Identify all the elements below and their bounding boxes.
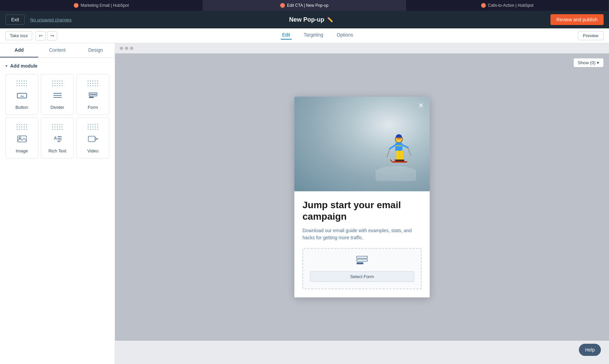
- page-title: New Pop-up: [289, 16, 324, 23]
- svg-marker-16: [95, 138, 98, 140]
- browser-tab-2[interactable]: Calls-to-Action | HubSpot: [406, 0, 609, 11]
- module-item-image[interactable]: Image: [5, 118, 38, 159]
- browser-tab-0[interactable]: Marketing Email | HubSpot: [0, 0, 203, 11]
- panel-tabs: Add Content Design: [0, 43, 115, 58]
- chevron-down-icon: ▾: [5, 64, 7, 68]
- module-grid: Aa Button: [5, 74, 109, 159]
- show-chevron-icon: ▾: [597, 60, 599, 65]
- button-module-icon: Aa: [17, 91, 27, 101]
- module-item-richtext[interactable]: A Rich Text: [41, 118, 74, 159]
- module-label-video: Video: [87, 148, 98, 153]
- browser-tabs: Marketing Email | HubSpot Edit CTA | New…: [0, 0, 609, 11]
- preview-button[interactable]: Preview: [578, 31, 604, 40]
- panel-tab-content[interactable]: Content: [38, 43, 76, 57]
- svg-rect-34: [357, 259, 367, 261]
- video-module-icon: [88, 135, 98, 145]
- svg-line-23: [390, 145, 395, 149]
- module-label-button: Button: [16, 105, 28, 110]
- browser-tab-1[interactable]: Edit CTA | New Pop-up: [203, 0, 406, 11]
- module-label-form: Form: [88, 105, 98, 110]
- divider-module-icon: [52, 91, 63, 101]
- take-tour-button[interactable]: Take tour: [5, 31, 32, 40]
- hubspot-logo-2: [481, 3, 486, 8]
- tab-edit[interactable]: Edit: [281, 32, 292, 40]
- svg-line-25: [387, 149, 390, 157]
- module-label-richtext: Rich Text: [48, 148, 66, 153]
- page-title-area: New Pop-up ✏️: [72, 16, 550, 23]
- canvas-dot-3: [130, 47, 133, 50]
- undo-button[interactable]: ↩: [36, 31, 46, 41]
- unsaved-changes-link[interactable]: No unsaved changes: [30, 17, 71, 22]
- redo-button[interactable]: ↪: [47, 31, 57, 41]
- show-button[interactable]: Show (0) ▾: [573, 58, 604, 67]
- canvas-area: Show (0) ▾: [115, 43, 609, 364]
- left-panel: Add Content Design ▾ Add module: [0, 43, 115, 364]
- svg-rect-20: [397, 138, 401, 140]
- module-label-divider: Divider: [50, 105, 64, 110]
- canvas-dots: [115, 43, 609, 53]
- top-nav: Exit No unsaved changes New Pop-up ✏️ Re…: [0, 11, 609, 28]
- svg-rect-15: [88, 136, 95, 142]
- popup-modal: ✕ Jump start your email campaign Downloa…: [294, 97, 430, 297]
- svg-rect-6: [89, 95, 97, 96]
- svg-rect-35: [357, 262, 363, 264]
- main-layout: Add Content Design ▾ Add module: [0, 43, 609, 364]
- edit-pencil-icon[interactable]: ✏️: [327, 17, 333, 22]
- module-item-form[interactable]: Form: [76, 74, 109, 115]
- browser-tab-label-2: Calls-to-Action | HubSpot: [488, 3, 534, 8]
- secondary-toolbar: Take tour ↩ ↪ Edit Targeting Options Pre…: [0, 28, 609, 43]
- svg-rect-28: [400, 151, 403, 160]
- add-module-title: Add module: [10, 63, 38, 69]
- image-module-icon: [17, 135, 27, 145]
- panel-tab-design[interactable]: Design: [76, 43, 115, 57]
- popup-content: Jump start your email campaign Download …: [294, 191, 430, 297]
- popup-title: Jump start your email campaign: [302, 199, 422, 222]
- svg-rect-8: [18, 136, 26, 142]
- popup-close-button[interactable]: ✕: [416, 101, 426, 110]
- module-item-button[interactable]: Aa Button: [5, 74, 38, 115]
- svg-rect-27: [397, 151, 400, 160]
- tab-options[interactable]: Options: [335, 32, 354, 40]
- select-form-button[interactable]: Select Form: [310, 271, 414, 282]
- svg-rect-7: [89, 97, 94, 98]
- help-button[interactable]: Help: [579, 344, 601, 356]
- skier-illustration: [376, 127, 416, 181]
- svg-rect-32: [397, 162, 407, 163]
- add-module-section: ▾ Add module Aa: [0, 58, 115, 164]
- drag-handle-richtext: [52, 124, 63, 130]
- module-item-divider[interactable]: Divider: [41, 74, 74, 115]
- toolbar-tabs: Edit Targeting Options: [57, 32, 578, 40]
- svg-line-24: [403, 145, 408, 148]
- panel-tab-add[interactable]: Add: [0, 43, 38, 57]
- add-module-header[interactable]: ▾ Add module: [5, 63, 109, 69]
- popup-description: Download our email guide with examples, …: [302, 227, 422, 241]
- canvas-content: Show (0) ▾: [115, 53, 609, 341]
- drag-handle-video: [88, 124, 98, 130]
- popup-backdrop: ✕ Jump start your email campaign Downloa…: [115, 53, 609, 341]
- svg-point-17: [376, 166, 416, 181]
- svg-line-26: [408, 148, 411, 156]
- module-item-video[interactable]: Video: [76, 118, 109, 159]
- svg-text:Aa: Aa: [20, 95, 24, 98]
- drag-handle-form: [88, 80, 98, 87]
- hubspot-logo-0: [74, 3, 78, 8]
- canvas-dot-1: [120, 47, 123, 50]
- svg-rect-33: [357, 256, 367, 258]
- svg-rect-5: [89, 93, 97, 94]
- exit-button[interactable]: Exit: [5, 15, 25, 25]
- svg-text:A: A: [54, 136, 57, 141]
- popup-image: ✕: [294, 97, 430, 191]
- browser-tab-label-1: Edit CTA | New Pop-up: [287, 3, 328, 8]
- drag-handle-button: [17, 80, 27, 87]
- form-module-icon: [88, 91, 98, 101]
- show-button-label: Show (0): [578, 60, 595, 65]
- svg-rect-22: [395, 145, 402, 147]
- browser-tab-label-0: Marketing Email | HubSpot: [81, 3, 129, 8]
- svg-rect-21: [395, 143, 402, 151]
- review-publish-button[interactable]: Review and publish: [550, 14, 604, 25]
- form-placeholder[interactable]: Select Form: [302, 248, 422, 289]
- tab-targeting[interactable]: Targeting: [302, 32, 325, 40]
- canvas-dot-2: [125, 47, 128, 50]
- form-placeholder-icon: [356, 256, 368, 267]
- module-label-image: Image: [16, 148, 28, 153]
